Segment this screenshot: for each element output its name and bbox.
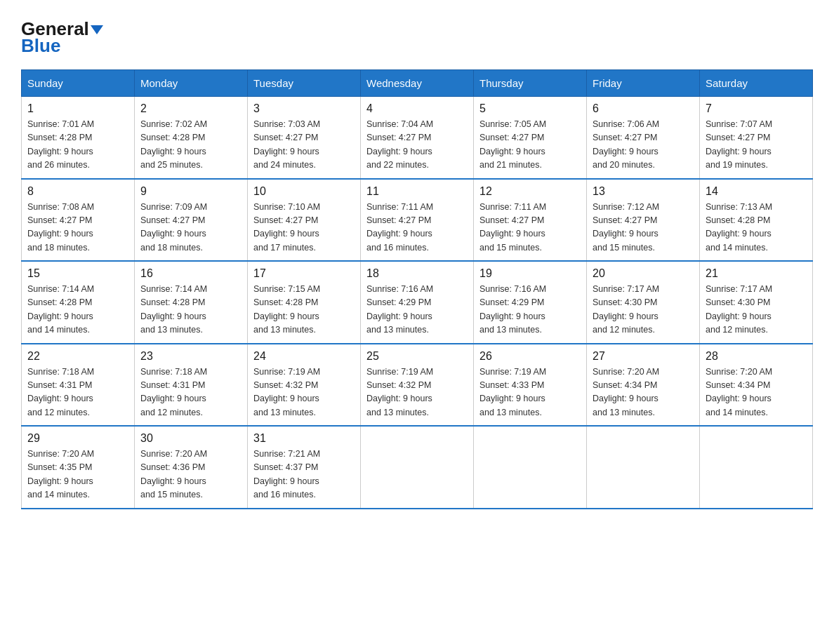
day-info: Sunrise: 7:11 AM Sunset: 4:27 PM Dayligh… <box>366 201 468 255</box>
calendar-table: SundayMondayTuesdayWednesdayThursdayFrid… <box>21 69 813 509</box>
day-number: 25 <box>366 350 468 363</box>
day-info: Sunrise: 7:01 AM Sunset: 4:28 PM Dayligh… <box>27 118 128 173</box>
day-number: 1 <box>27 102 128 115</box>
day-number: 20 <box>593 267 694 280</box>
day-cell-7: 7 Sunrise: 7:07 AM Sunset: 4:27 PM Dayli… <box>700 97 813 179</box>
day-number: 14 <box>706 185 807 198</box>
day-cell-31: 31 Sunrise: 7:21 AM Sunset: 4:37 PM Dayl… <box>248 426 361 509</box>
day-number: 4 <box>366 102 468 115</box>
day-number: 11 <box>366 185 468 198</box>
day-cell-17: 17 Sunrise: 7:15 AM Sunset: 4:28 PM Dayl… <box>248 261 361 344</box>
day-cell-26: 26 Sunrise: 7:19 AM Sunset: 4:33 PM Dayl… <box>474 344 587 427</box>
calendar-header-row: SundayMondayTuesdayWednesdayThursdayFrid… <box>22 70 813 97</box>
day-info: Sunrise: 7:13 AM Sunset: 4:28 PM Dayligh… <box>706 201 807 255</box>
calendar-body: 1 Sunrise: 7:01 AM Sunset: 4:28 PM Dayli… <box>22 97 813 509</box>
day-cell-4: 4 Sunrise: 7:04 AM Sunset: 4:27 PM Dayli… <box>361 97 474 179</box>
day-cell-15: 15 Sunrise: 7:14 AM Sunset: 4:28 PM Dayl… <box>22 261 135 344</box>
day-number: 5 <box>479 102 581 115</box>
day-number: 16 <box>140 267 241 280</box>
day-info: Sunrise: 7:09 AM Sunset: 4:27 PM Dayligh… <box>140 201 241 255</box>
day-cell-13: 13 Sunrise: 7:12 AM Sunset: 4:27 PM Dayl… <box>587 179 700 262</box>
day-cell-27: 27 Sunrise: 7:20 AM Sunset: 4:34 PM Dayl… <box>587 344 700 427</box>
col-header-sunday: Sunday <box>22 70 135 97</box>
calendar-week-1: 1 Sunrise: 7:01 AM Sunset: 4:28 PM Dayli… <box>22 97 813 179</box>
day-number: 3 <box>253 102 355 115</box>
day-info: Sunrise: 7:18 AM Sunset: 4:31 PM Dayligh… <box>27 365 128 420</box>
day-cell-8: 8 Sunrise: 7:08 AM Sunset: 4:27 PM Dayli… <box>22 179 135 262</box>
day-info: Sunrise: 7:11 AM Sunset: 4:27 PM Dayligh… <box>479 201 581 255</box>
col-header-monday: Monday <box>135 70 248 97</box>
day-info: Sunrise: 7:21 AM Sunset: 4:37 PM Dayligh… <box>253 448 355 502</box>
empty-cell <box>587 426 700 509</box>
day-number: 12 <box>479 185 581 198</box>
day-info: Sunrise: 7:07 AM Sunset: 4:27 PM Dayligh… <box>706 118 807 173</box>
day-number: 19 <box>479 267 581 280</box>
day-info: Sunrise: 7:10 AM Sunset: 4:27 PM Dayligh… <box>253 201 355 255</box>
day-number: 26 <box>479 350 581 363</box>
col-header-tuesday: Tuesday <box>248 70 361 97</box>
day-cell-12: 12 Sunrise: 7:11 AM Sunset: 4:27 PM Dayl… <box>474 179 587 262</box>
col-header-saturday: Saturday <box>700 70 813 97</box>
day-info: Sunrise: 7:17 AM Sunset: 4:30 PM Dayligh… <box>706 283 807 337</box>
day-cell-9: 9 Sunrise: 7:09 AM Sunset: 4:27 PM Dayli… <box>135 179 248 262</box>
day-number: 9 <box>140 185 241 198</box>
day-number: 17 <box>253 267 355 280</box>
day-cell-5: 5 Sunrise: 7:05 AM Sunset: 4:27 PM Dayli… <box>474 97 587 179</box>
day-cell-6: 6 Sunrise: 7:06 AM Sunset: 4:27 PM Dayli… <box>587 97 700 179</box>
day-cell-2: 2 Sunrise: 7:02 AM Sunset: 4:28 PM Dayli… <box>135 97 248 179</box>
day-info: Sunrise: 7:16 AM Sunset: 4:29 PM Dayligh… <box>366 283 468 337</box>
calendar-week-5: 29 Sunrise: 7:20 AM Sunset: 4:35 PM Dayl… <box>22 426 813 509</box>
day-cell-25: 25 Sunrise: 7:19 AM Sunset: 4:32 PM Dayl… <box>361 344 474 427</box>
day-info: Sunrise: 7:17 AM Sunset: 4:30 PM Dayligh… <box>593 283 694 337</box>
day-cell-18: 18 Sunrise: 7:16 AM Sunset: 4:29 PM Dayl… <box>361 261 474 344</box>
day-info: Sunrise: 7:15 AM Sunset: 4:28 PM Dayligh… <box>253 283 355 337</box>
day-cell-16: 16 Sunrise: 7:14 AM Sunset: 4:28 PM Dayl… <box>135 261 248 344</box>
day-info: Sunrise: 7:19 AM Sunset: 4:32 PM Dayligh… <box>253 365 355 420</box>
day-number: 10 <box>253 185 355 198</box>
col-header-friday: Friday <box>587 70 700 97</box>
day-number: 13 <box>593 185 694 198</box>
col-header-wednesday: Wednesday <box>361 70 474 97</box>
day-cell-20: 20 Sunrise: 7:17 AM Sunset: 4:30 PM Dayl… <box>587 261 700 344</box>
logo-triangle-icon <box>91 25 103 34</box>
day-cell-28: 28 Sunrise: 7:20 AM Sunset: 4:34 PM Dayl… <box>700 344 813 427</box>
day-info: Sunrise: 7:14 AM Sunset: 4:28 PM Dayligh… <box>27 283 128 337</box>
day-number: 6 <box>593 102 694 115</box>
day-number: 29 <box>27 432 128 445</box>
day-info: Sunrise: 7:04 AM Sunset: 4:27 PM Dayligh… <box>366 118 468 173</box>
day-info: Sunrise: 7:06 AM Sunset: 4:27 PM Dayligh… <box>593 118 694 173</box>
day-info: Sunrise: 7:14 AM Sunset: 4:28 PM Dayligh… <box>140 283 241 337</box>
day-info: Sunrise: 7:16 AM Sunset: 4:29 PM Dayligh… <box>479 283 581 337</box>
calendar-week-4: 22 Sunrise: 7:18 AM Sunset: 4:31 PM Dayl… <box>22 344 813 427</box>
day-number: 24 <box>253 350 355 363</box>
empty-cell <box>700 426 813 509</box>
empty-cell <box>361 426 474 509</box>
day-info: Sunrise: 7:02 AM Sunset: 4:28 PM Dayligh… <box>140 118 241 173</box>
day-info: Sunrise: 7:08 AM Sunset: 4:27 PM Dayligh… <box>27 201 128 255</box>
day-number: 27 <box>593 350 694 363</box>
day-cell-1: 1 Sunrise: 7:01 AM Sunset: 4:28 PM Dayli… <box>22 97 135 179</box>
day-info: Sunrise: 7:20 AM Sunset: 4:35 PM Dayligh… <box>27 448 128 502</box>
day-cell-30: 30 Sunrise: 7:20 AM Sunset: 4:36 PM Dayl… <box>135 426 248 509</box>
day-cell-10: 10 Sunrise: 7:10 AM Sunset: 4:27 PM Dayl… <box>248 179 361 262</box>
day-cell-21: 21 Sunrise: 7:17 AM Sunset: 4:30 PM Dayl… <box>700 261 813 344</box>
day-number: 21 <box>706 267 807 280</box>
day-number: 22 <box>27 350 128 363</box>
day-info: Sunrise: 7:20 AM Sunset: 4:34 PM Dayligh… <box>593 365 694 420</box>
day-cell-11: 11 Sunrise: 7:11 AM Sunset: 4:27 PM Dayl… <box>361 179 474 262</box>
col-header-thursday: Thursday <box>474 70 587 97</box>
day-number: 30 <box>140 432 241 445</box>
day-number: 15 <box>27 267 128 280</box>
day-cell-23: 23 Sunrise: 7:18 AM Sunset: 4:31 PM Dayl… <box>135 344 248 427</box>
day-info: Sunrise: 7:18 AM Sunset: 4:31 PM Dayligh… <box>140 365 241 420</box>
logo-blue: Blue <box>21 35 60 57</box>
day-info: Sunrise: 7:12 AM Sunset: 4:27 PM Dayligh… <box>593 201 694 255</box>
day-cell-14: 14 Sunrise: 7:13 AM Sunset: 4:28 PM Dayl… <box>700 179 813 262</box>
day-number: 18 <box>366 267 468 280</box>
day-info: Sunrise: 7:19 AM Sunset: 4:33 PM Dayligh… <box>479 365 581 420</box>
day-number: 2 <box>140 102 241 115</box>
calendar-week-3: 15 Sunrise: 7:14 AM Sunset: 4:28 PM Dayl… <box>22 261 813 344</box>
day-number: 31 <box>253 432 355 445</box>
page-header: General Blue <box>21 14 813 57</box>
day-cell-29: 29 Sunrise: 7:20 AM Sunset: 4:35 PM Dayl… <box>22 426 135 509</box>
